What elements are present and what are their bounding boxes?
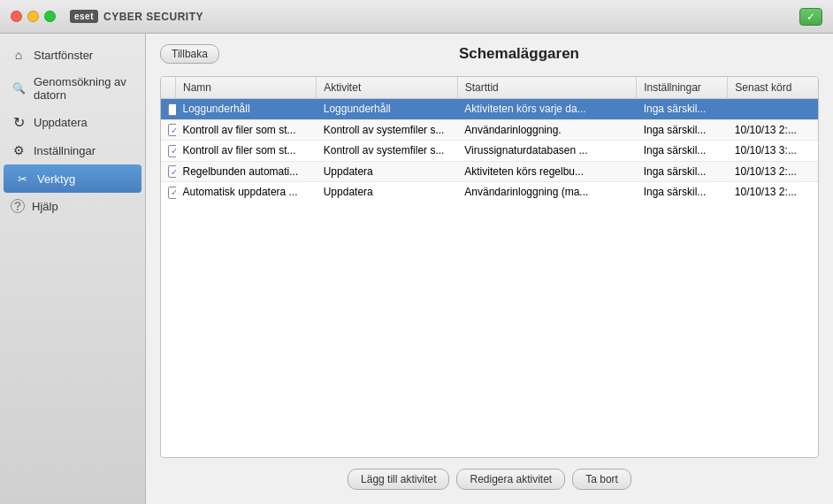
row-last-run: 10/10/13 2:... [728, 182, 818, 202]
row-start: Aktiviteten körs varje da... [457, 99, 636, 120]
eset-logo: eset [70, 10, 98, 23]
row-name: Loggunderhåll [176, 99, 317, 120]
checkbox-icon[interactable]: ✓ [168, 124, 176, 136]
row-activity: Uppdatera [317, 182, 458, 202]
table-row[interactable]: ✓ Automatisk uppdatera ... Uppdatera Anv… [161, 182, 818, 202]
sidebar-item-verktyg[interactable]: ✂ Verktyg [4, 164, 141, 193]
content-header: Tillbaka Schemaläggaren [160, 44, 819, 64]
sidebar: ⌂ Startfönster 🔍 Genomsökning av datorn … [0, 34, 146, 504]
table-header-row: Namn Aktivitet Starttid Inställningar Se… [161, 77, 818, 99]
sidebar-item-hjalp[interactable]: ? Hjälp [0, 193, 145, 219]
table-row[interactable]: ✓ Kontroll av filer som st... Kontroll a… [161, 141, 818, 162]
row-checkbox[interactable]: ✓ [161, 119, 176, 141]
col-header-name[interactable]: Namn [176, 77, 317, 99]
row-activity: Kontroll av systemfiler s... [317, 119, 458, 141]
row-activity: Uppdatera [317, 161, 458, 182]
col-header-checkbox [161, 77, 176, 99]
row-checkbox[interactable]: ✓ [161, 99, 176, 120]
row-activity: Kontroll av systemfiler s... [317, 141, 458, 162]
close-button[interactable] [11, 11, 22, 22]
row-settings: Inga särskil... [637, 99, 728, 120]
table-row[interactable]: ✓ Loggunderhåll Loggunderhåll Aktivitete… [161, 99, 818, 120]
sidebar-label-hjalp: Hjälp [32, 200, 58, 213]
status-check-icon: ✓ [799, 8, 822, 26]
brand: eset CYBER SECURITY [70, 10, 203, 23]
sidebar-item-startfonster[interactable]: ⌂ Startfönster [0, 41, 145, 69]
sidebar-item-genomsokning[interactable]: 🔍 Genomsökning av datorn [0, 69, 145, 108]
page-title: Schemaläggaren [219, 45, 819, 63]
row-checkbox[interactable]: ✓ [161, 141, 176, 162]
row-last-run [728, 99, 818, 120]
sidebar-label-genomsokning: Genomsökning av datorn [34, 75, 134, 102]
row-start: Aktiviteten körs regelbu... [457, 161, 636, 182]
titlebar: eset CYBER SECURITY ✓ [0, 0, 833, 34]
sidebar-label-startfonster: Startfönster [34, 49, 93, 62]
sidebar-label-uppdatera: Uppdatera [34, 116, 88, 129]
gear-icon: ⚙ [11, 142, 27, 158]
row-last-run: 10/10/13 2:... [728, 161, 818, 182]
row-name: Regelbunden automati... [176, 161, 317, 182]
scheduler-table-container: Namn Aktivitet Starttid Inställningar Se… [160, 76, 819, 458]
maximize-button[interactable] [44, 11, 56, 22]
row-activity: Loggunderhåll [317, 99, 458, 120]
row-last-run: 10/10/13 2:... [728, 119, 818, 141]
col-header-settings[interactable]: Inställningar [637, 77, 728, 99]
sidebar-label-installningar: Inställningar [34, 144, 96, 157]
row-settings: Inga särskil... [637, 182, 728, 202]
search-icon: 🔍 [11, 80, 27, 96]
col-header-start[interactable]: Starttid [457, 77, 636, 99]
back-button[interactable]: Tillbaka [160, 44, 219, 64]
row-name: Kontroll av filer som st... [176, 141, 317, 162]
col-header-last-run[interactable]: Senast körd [728, 77, 818, 99]
row-settings: Inga särskil... [637, 141, 728, 162]
main-layout: ⌂ Startfönster 🔍 Genomsökning av datorn … [0, 34, 833, 504]
table-row[interactable]: ✓ Kontroll av filer som st... Kontroll a… [161, 119, 818, 141]
sidebar-item-installningar[interactable]: ⚙ Inställningar [0, 136, 145, 164]
col-header-activity[interactable]: Aktivitet [317, 77, 458, 99]
row-settings: Inga särskil... [637, 119, 728, 141]
row-start: Användarinloggning. [457, 119, 636, 141]
checkbox-icon[interactable]: ✓ [168, 145, 176, 157]
row-start: Virussignaturdatabasen ... [457, 141, 636, 162]
row-checkbox[interactable]: ✓ [161, 161, 176, 182]
checkbox-icon[interactable]: ✓ [168, 165, 176, 178]
row-last-run: 10/10/13 3:... [728, 141, 818, 162]
bottom-buttons: Lägg till aktivitet Redigera aktivitet T… [160, 469, 819, 493]
sidebar-item-uppdatera[interactable]: ↻ Uppdatera [0, 108, 145, 136]
row-name: Automatisk uppdatera ... [176, 182, 317, 202]
app-title: CYBER SECURITY [103, 11, 203, 23]
traffic-lights [11, 11, 56, 22]
row-checkbox[interactable]: ✓ [161, 182, 176, 202]
refresh-icon: ↻ [11, 114, 27, 130]
checkbox-icon[interactable]: ✓ [168, 103, 176, 116]
checkbox-icon[interactable]: ✓ [168, 187, 176, 199]
help-icon: ? [11, 199, 25, 213]
home-icon: ⌂ [11, 47, 27, 63]
edit-activity-button[interactable]: Redigera aktivitet [456, 469, 565, 490]
sidebar-label-verktyg: Verktyg [37, 172, 75, 186]
row-name: Kontroll av filer som st... [176, 119, 317, 141]
delete-button[interactable]: Ta bort [572, 469, 631, 490]
row-settings: Inga särskil... [637, 161, 728, 182]
table-row[interactable]: ✓ Regelbunden automati... Uppdatera Akti… [161, 161, 818, 182]
content-area: Tillbaka Schemaläggaren Namn Aktivitet S… [146, 34, 833, 504]
row-start: Användarinloggning (ma... [457, 182, 636, 202]
scheduler-table: Namn Aktivitet Starttid Inställningar Se… [161, 77, 818, 202]
tools-icon: ✂ [14, 171, 30, 187]
minimize-button[interactable] [27, 11, 39, 22]
add-activity-button[interactable]: Lägg till aktivitet [348, 469, 449, 490]
